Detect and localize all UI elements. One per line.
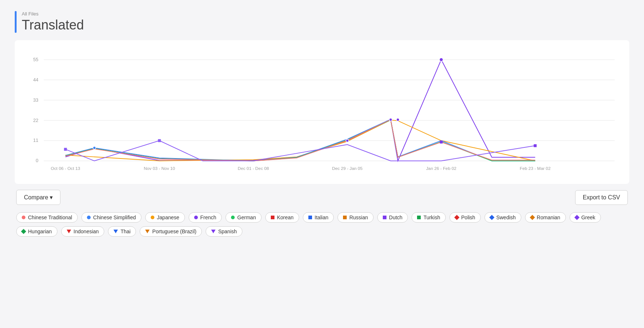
svg-text:55: 55	[33, 57, 38, 62]
legend-diamond-icon	[489, 215, 494, 220]
legend-item-swedish[interactable]: Swedish	[484, 212, 521, 223]
legend-label: German	[237, 214, 256, 220]
legend-item-german[interactable]: German	[225, 212, 262, 223]
legend-item-thai[interactable]: Thai	[108, 226, 136, 237]
legend-label: Spanish	[218, 228, 237, 234]
chart-area: 55 44 33 22 11 0 Oct 06 - Oct 13 Nov 03 …	[22, 48, 622, 180]
breadcrumb: All Files	[22, 11, 84, 17]
svg-rect-25	[440, 141, 443, 144]
page-header: All Files Translated	[15, 11, 629, 33]
chart-svg: 55 44 33 22 11 0 Oct 06 - Oct 13 Nov 03 …	[22, 48, 622, 180]
legend-label: Italian	[315, 214, 328, 220]
svg-text:0: 0	[36, 158, 38, 163]
legend-item-polish[interactable]: Polish	[449, 212, 481, 223]
legend-item-french[interactable]: French	[189, 212, 222, 223]
svg-text:Dec 01 - Dec 08: Dec 01 - Dec 08	[238, 166, 269, 171]
svg-text:Jan 26 - Feb 02: Jan 26 - Feb 02	[426, 166, 456, 171]
chart-container: 55 44 33 22 11 0 Oct 06 - Oct 13 Nov 03 …	[15, 40, 629, 184]
legend-triangle-icon	[211, 230, 216, 233]
svg-text:Dec 29 - Jan 05: Dec 29 - Jan 05	[332, 166, 363, 171]
header-accent-bar	[15, 11, 17, 33]
legend-item-romanian[interactable]: Romanian	[525, 212, 566, 223]
svg-rect-24	[158, 139, 161, 142]
svg-point-22	[93, 146, 96, 149]
legend-item-hungarian[interactable]: Hungarian	[16, 226, 57, 237]
legend-item-russian[interactable]: Russian	[337, 212, 374, 223]
svg-text:Nov 03 - Nov 10: Nov 03 - Nov 10	[144, 166, 175, 171]
legend-square-icon	[383, 216, 386, 219]
legend-dot-icon	[194, 216, 198, 219]
legend-diamond-icon	[21, 229, 26, 234]
svg-point-19	[346, 139, 349, 142]
legend-dot-icon	[231, 216, 235, 219]
legend-label: Romanian	[537, 214, 560, 220]
legend-square-icon	[308, 216, 312, 219]
legend-label: Hungarian	[28, 228, 52, 234]
legend-label: Swedish	[496, 214, 516, 220]
controls-row: Compare ▾ Export to CSV	[15, 190, 629, 205]
legend-label: Korean	[277, 214, 294, 220]
legend-square-icon	[417, 216, 421, 219]
page-title: Translated	[22, 17, 84, 33]
svg-text:44: 44	[33, 77, 38, 83]
legend-diamond-icon	[530, 215, 535, 220]
svg-text:Oct 06 - Oct 13: Oct 06 - Oct 13	[51, 166, 80, 171]
legend-triangle-icon	[67, 230, 71, 233]
svg-rect-26	[534, 144, 537, 147]
legend-label: Chinese Traditional	[28, 214, 72, 220]
legend-item-chinese-traditional[interactable]: Chinese Traditional	[16, 212, 78, 223]
legend-triangle-icon	[113, 230, 118, 233]
svg-text:22: 22	[33, 118, 38, 123]
compare-button[interactable]: Compare ▾	[16, 190, 60, 205]
legend-label: Indonesian	[74, 228, 99, 234]
svg-point-20	[389, 118, 392, 121]
svg-rect-23	[64, 148, 67, 151]
legend-item-spanish[interactable]: Spanish	[206, 226, 242, 237]
legend-item-greek[interactable]: Greek	[570, 212, 601, 223]
legend-item-portuguese-(brazil)[interactable]: Portuguese (Brazil)	[140, 226, 202, 237]
legend-square-icon	[343, 216, 347, 219]
legend-dot-icon	[151, 216, 154, 219]
legend-dot-icon	[87, 216, 91, 219]
legend-item-japanese[interactable]: Japanese	[145, 212, 185, 223]
legend-item-italian[interactable]: Italian	[303, 212, 334, 223]
legend-label: Thai	[120, 228, 130, 234]
legend-label: French	[200, 214, 217, 220]
legend-square-icon	[271, 216, 274, 219]
export-csv-button[interactable]: Export to CSV	[575, 190, 628, 205]
legend-item-korean[interactable]: Korean	[265, 212, 299, 223]
legend-label: Portuguese (Brazil)	[152, 228, 196, 234]
svg-text:33: 33	[33, 97, 38, 103]
legend-area: Chinese TraditionalChinese SimplifiedJap…	[15, 212, 629, 237]
legend-item-indonesian[interactable]: Indonesian	[61, 226, 105, 237]
legend-item-dutch[interactable]: Dutch	[377, 212, 408, 223]
legend-label: Chinese Simplified	[93, 214, 136, 220]
svg-text:11: 11	[33, 137, 38, 143]
legend-diamond-icon	[574, 215, 580, 220]
svg-point-21	[396, 118, 399, 121]
svg-point-18	[440, 58, 443, 62]
legend-triangle-icon	[145, 230, 150, 233]
legend-item-chinese-simplified[interactable]: Chinese Simplified	[81, 212, 141, 223]
legend-label: Polish	[461, 214, 475, 220]
legend-label: Greek	[581, 214, 595, 220]
legend-item-turkish[interactable]: Turkish	[412, 212, 445, 223]
legend-diamond-icon	[454, 215, 459, 220]
legend-label: Japanese	[157, 214, 179, 220]
legend-dot-icon	[22, 216, 25, 219]
legend-label: Russian	[349, 214, 368, 220]
legend-label: Turkish	[423, 214, 440, 220]
svg-text:Feb 23 - Mar 02: Feb 23 - Mar 02	[520, 166, 551, 171]
legend-label: Dutch	[389, 214, 403, 220]
